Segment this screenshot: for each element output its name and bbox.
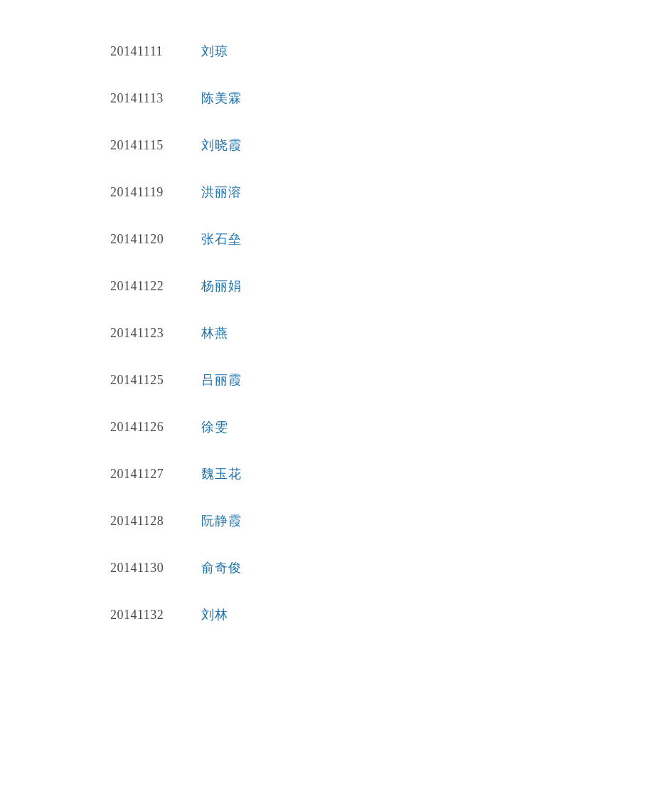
list-item[interactable]: 20141132刘林 xyxy=(110,606,672,623)
item-id: 20141128 xyxy=(110,514,188,529)
item-name[interactable]: 洪丽溶 xyxy=(201,184,242,201)
list-item[interactable]: 20141127魏玉花 xyxy=(110,465,672,482)
item-name[interactable]: 俞奇俊 xyxy=(201,559,242,576)
item-id: 20141120 xyxy=(110,232,188,247)
item-id: 20141130 xyxy=(110,561,188,576)
list-item[interactable]: 20141119洪丽溶 xyxy=(110,184,672,201)
item-name[interactable]: 阮静霞 xyxy=(201,512,242,529)
item-name[interactable]: 徐雯 xyxy=(201,418,228,435)
item-name[interactable]: 陈美霖 xyxy=(201,90,242,107)
item-id: 20141122 xyxy=(110,279,188,294)
list-item[interactable]: 20141125吕丽霞 xyxy=(110,371,672,388)
list-item[interactable]: 20141128阮静霞 xyxy=(110,512,672,529)
item-id: 20141132 xyxy=(110,608,188,623)
item-name[interactable]: 林燕 xyxy=(201,324,228,342)
item-name[interactable]: 杨丽娟 xyxy=(201,277,242,295)
item-id: 20141127 xyxy=(110,467,188,482)
list-item[interactable]: 20141111刘琼 xyxy=(110,43,672,60)
list-item[interactable]: 20141115刘晓霞 xyxy=(110,137,672,154)
item-name[interactable]: 刘林 xyxy=(201,606,228,623)
list-item[interactable]: 20141123林燕 xyxy=(110,324,672,342)
item-id: 20141123 xyxy=(110,326,188,341)
item-name[interactable]: 刘晓霞 xyxy=(201,137,242,154)
list-item[interactable]: 20141130俞奇俊 xyxy=(110,559,672,576)
item-id: 20141126 xyxy=(110,420,188,435)
item-id: 20141115 xyxy=(110,138,188,153)
item-id: 20141119 xyxy=(110,185,188,200)
item-name[interactable]: 张石垒 xyxy=(201,231,242,248)
item-id: 20141111 xyxy=(110,44,188,59)
list-item[interactable]: 20141122杨丽娟 xyxy=(110,277,672,295)
item-id: 20141125 xyxy=(110,373,188,388)
list-item[interactable]: 20141120张石垒 xyxy=(110,231,672,248)
item-name[interactable]: 吕丽霞 xyxy=(201,371,242,388)
list-container: 20141111刘琼20141113陈美霖20141115刘晓霞20141119… xyxy=(0,0,672,696)
item-id: 20141113 xyxy=(110,91,188,106)
item-name[interactable]: 刘琼 xyxy=(201,43,228,60)
item-name[interactable]: 魏玉花 xyxy=(201,465,242,482)
list-item[interactable]: 20141113陈美霖 xyxy=(110,90,672,107)
list-item[interactable]: 20141126徐雯 xyxy=(110,418,672,435)
